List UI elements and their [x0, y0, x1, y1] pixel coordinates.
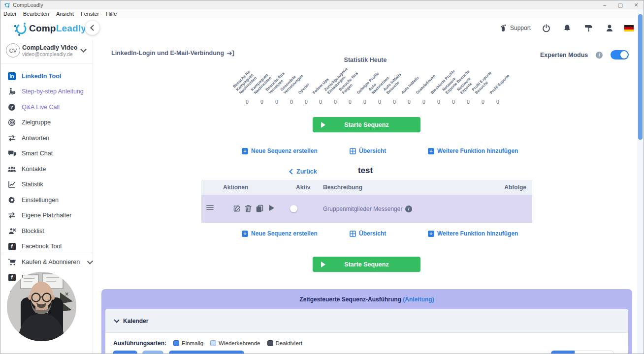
facebook-icon: f [7, 273, 16, 282]
language-german-flag-icon[interactable] [624, 25, 634, 31]
app-header: CompLeadly Support [0, 18, 644, 41]
grid-icon [350, 231, 356, 237]
edit-icon[interactable] [233, 205, 241, 212]
menu-datei[interactable]: Datei [3, 11, 16, 17]
calendar-partial-field[interactable] [575, 351, 614, 354]
target-icon [7, 118, 16, 127]
app-icon [4, 2, 10, 8]
calendar-partial-button[interactable] [551, 351, 575, 354]
calendar-label: Kalender [123, 318, 148, 324]
overview-link[interactable]: Übersicht [350, 230, 386, 237]
stat-column: Gesendete Vernetzungen0 [284, 73, 299, 105]
add-function-link[interactable]: + Weitere Funktion hinzufügen [428, 230, 518, 237]
webcam-close-icon[interactable]: ✕ [64, 291, 69, 297]
menu-bearbeiten[interactable]: Bearbeiten [23, 11, 49, 17]
legend-deaktiviert[interactable]: Deaktiviert [267, 340, 302, 346]
overview-link[interactable]: Übersicht [350, 148, 386, 154]
power-icon[interactable] [542, 24, 550, 32]
sidebar-item-eigene-platzhalter[interactable]: Eigene Platzhalter [0, 208, 92, 223]
legend-einmalig[interactable]: Einmalig [173, 340, 203, 346]
support-button[interactable]: Support [500, 24, 531, 32]
add-function-link[interactable]: + Weitere Funktion hinzufügen [428, 148, 518, 154]
sidebar-collapse-button[interactable] [85, 21, 99, 35]
maximize-button[interactable]: ▢ [613, 0, 628, 9]
sidebar-item-label: Statistik [22, 181, 43, 188]
start-sequence-button[interactable]: Starte Sequenz [313, 257, 420, 272]
linkedin-login-label: LinkedIn-Login und E-Mail-Verbindung [111, 50, 224, 57]
calendar-accordion-header[interactable]: Kalender [105, 309, 628, 333]
new-sequence-label: Neue Sequenz erstellen [251, 230, 318, 237]
account-person-icon[interactable] [606, 24, 613, 32]
stat-column: Auto InMails Besuche0 [387, 73, 402, 105]
stat-value: 0 [328, 99, 343, 105]
start-sequence-label: Starte Sequenz [344, 261, 388, 268]
start-sequence-button[interactable]: Starte Sequenz [313, 117, 420, 132]
linkedin-login-link[interactable]: LinkedIn-Login und E-Mail-Verbindung [111, 50, 234, 57]
execution-types-row: Ausführungsarten: Einmalig Wiederkehrend… [113, 340, 302, 347]
people-group-icon [7, 165, 16, 174]
facebook-icon: f [7, 242, 16, 251]
legend-wiederkehrende[interactable]: Wiederkehrende [210, 340, 260, 346]
sidebar-item-einstellungen[interactable]: Einstellungen [0, 193, 92, 207]
checkbox-lightblue-icon [210, 340, 216, 346]
calendar-partial-button[interactable] [169, 351, 244, 354]
sidebar-item-label: Kaufen & Abonnieren [22, 259, 80, 266]
user-email: video@compleadly.de [22, 51, 73, 57]
webcam-video-overlay[interactable] [7, 272, 76, 341]
notifications-bell-icon[interactable] [563, 24, 571, 32]
sidebar-item-label: Kontakte [22, 166, 46, 173]
sidebar-item-smart-chat[interactable]: Smart Chat [0, 146, 92, 161]
menu-bar: Datei Bearbeiten Ansicht Fenster Hilfe [0, 9, 644, 18]
new-sequence-link[interactable]: + Neue Sequenz erstellen [242, 230, 318, 237]
calendar-partial-button[interactable] [113, 351, 137, 354]
theme-paint-roller-icon[interactable] [584, 24, 593, 32]
minimize-button[interactable]: – [597, 0, 612, 9]
sidebar-item-label: Zielgruppe [22, 119, 51, 126]
sidebar-item-linkedin-tool[interactable]: in LinkedIn Tool [0, 69, 92, 84]
svg-text:?: ? [10, 105, 13, 110]
sidebar-item-kaufen-abonnieren[interactable]: Kaufen & Abonnieren [0, 255, 92, 269]
fire-extinguisher-icon [500, 24, 507, 32]
play-icon [321, 122, 325, 128]
sidebar-item-statistik[interactable]: Statistik [0, 177, 92, 192]
stat-column: Gratulationen0 [417, 73, 431, 105]
sidebar-item-label: Eigene Platzhalter [22, 212, 71, 219]
legend-label: Wiederkehrende [219, 340, 260, 346]
sidebar-item-step-by-step[interactable]: ? Step-by-step Anleitung [0, 84, 92, 99]
close-button[interactable]: ✕ [629, 0, 644, 9]
sidebar-item-antworten[interactable]: Antworten [0, 131, 92, 146]
scrollbar-thumb[interactable] [638, 14, 643, 140]
sidebar-item-zielgruppe[interactable]: Zielgruppe [0, 115, 92, 130]
calendar-partial-button[interactable] [142, 351, 163, 354]
col-abfolge: Abfolge [504, 184, 526, 191]
sidebar-item-blocklist[interactable]: Blocklist [0, 224, 92, 238]
sidebar-item-label: LinkedIn Tool [22, 73, 61, 80]
scrollbar-track[interactable] [637, 9, 644, 354]
sidebar-item-facebook-tool[interactable]: f Facebook Tool [0, 239, 92, 254]
menu-ansicht[interactable]: Ansicht [56, 11, 74, 17]
new-sequence-link[interactable]: + Neue Sequenz erstellen [242, 148, 318, 154]
sidebar-item-label: Smart Chat [22, 150, 53, 157]
delete-trash-icon[interactable] [245, 205, 252, 212]
stat-column: Profil Exporte0 [490, 73, 505, 105]
duplicate-copy-icon[interactable] [256, 205, 263, 212]
info-icon[interactable]: i [405, 206, 412, 212]
drag-handle-icon[interactable] [206, 205, 214, 210]
avatar: CV [6, 43, 20, 58]
scheduler-title-label: Zeitgesteuerte Sequenz-Ausführung [299, 296, 401, 303]
checkbox-blue-icon [173, 340, 179, 346]
menu-fenster[interactable]: Fenster [81, 11, 99, 17]
menu-hilfe[interactable]: Hilfe [106, 11, 117, 17]
anleitung-link[interactable]: (Anleitung) [403, 296, 434, 303]
col-beschreibung: Beschreibung [323, 184, 362, 191]
user-account-card[interactable]: CV CompLeadly Video video@compleadly.de [0, 40, 93, 63]
sidebar-item-kontakte[interactable]: Kontakte [0, 162, 92, 177]
run-play-icon[interactable] [269, 205, 275, 211]
question-circle-icon: ? [7, 103, 16, 112]
main-content: LinkedIn-Login und E-Mail-Verbindung Exp… [93, 40, 638, 354]
overview-label: Übersicht [359, 148, 386, 154]
sidebar-item-label: Facebook Tool [22, 243, 62, 250]
sidebar-item-qa-live-call[interactable]: ? Q&A Live Call [0, 100, 92, 115]
stat-value: 0 [490, 99, 505, 105]
sidebar-item-label: Q&A Live Call [22, 104, 60, 111]
